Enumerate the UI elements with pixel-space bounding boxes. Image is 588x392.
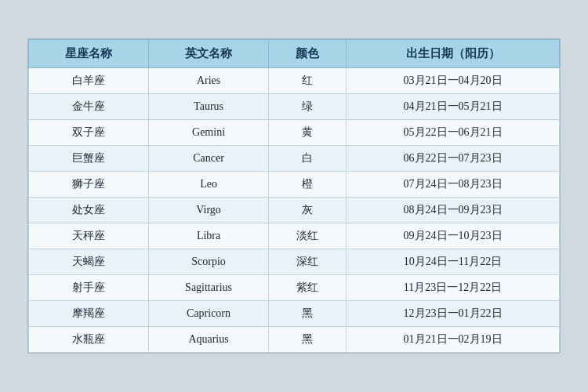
- cell-color: 灰: [269, 198, 347, 223]
- cell-chinese-name: 射手座: [29, 275, 149, 301]
- table-row: 水瓶座Aquarius黑01月21日一02月19日: [29, 327, 560, 353]
- table-row: 处女座Virgo灰08月24日一09月23日: [29, 198, 560, 223]
- cell-chinese-name: 天蝎座: [29, 249, 149, 275]
- cell-date: 04月21日一05月21日: [347, 94, 560, 120]
- cell-english-name: Sagittarius: [149, 275, 269, 301]
- cell-date: 01月21日一02月19日: [347, 327, 560, 353]
- table-row: 金牛座Taurus绿04月21日一05月21日: [29, 94, 560, 120]
- header-english-name: 英文名称: [149, 40, 269, 68]
- cell-color: 黑: [269, 327, 347, 353]
- cell-english-name: Capricorn: [149, 301, 269, 327]
- cell-color: 紫红: [269, 275, 347, 301]
- table-row: 双子座Gemini黄05月22日一06月21日: [29, 120, 560, 146]
- table-row: 白羊座Aries红03月21日一04月20日: [29, 68, 560, 94]
- cell-english-name: Scorpio: [149, 249, 269, 275]
- cell-english-name: Taurus: [149, 94, 269, 120]
- cell-date: 03月21日一04月20日: [347, 68, 560, 94]
- cell-date: 08月24日一09月23日: [347, 198, 560, 223]
- cell-chinese-name: 水瓶座: [29, 327, 149, 353]
- cell-chinese-name: 白羊座: [29, 68, 149, 94]
- cell-english-name: Cancer: [149, 146, 269, 172]
- cell-date: 11月23日一12月22日: [347, 275, 560, 301]
- table-row: 天蝎座Scorpio深红10月24日一11月22日: [29, 249, 560, 275]
- zodiac-table-container: 星座名称 英文名称 颜色 出生日期（阳历） 白羊座Aries红03月21日一04…: [27, 38, 561, 354]
- cell-chinese-name: 狮子座: [29, 172, 149, 198]
- table-row: 摩羯座Capricorn黑12月23日一01月22日: [29, 301, 560, 327]
- zodiac-table: 星座名称 英文名称 颜色 出生日期（阳历） 白羊座Aries红03月21日一04…: [28, 39, 560, 353]
- cell-color: 白: [269, 146, 347, 172]
- table-row: 巨蟹座Cancer白06月22日一07月23日: [29, 146, 560, 172]
- header-date: 出生日期（阳历）: [347, 40, 560, 68]
- cell-color: 黑: [269, 301, 347, 327]
- cell-color: 绿: [269, 94, 347, 120]
- cell-chinese-name: 天秤座: [29, 223, 149, 249]
- table-row: 射手座Sagittarius紫红11月23日一12月22日: [29, 275, 560, 301]
- cell-date: 05月22日一06月21日: [347, 120, 560, 146]
- cell-english-name: Libra: [149, 223, 269, 249]
- cell-date: 12月23日一01月22日: [347, 301, 560, 327]
- cell-english-name: Gemini: [149, 120, 269, 146]
- cell-date: 06月22日一07月23日: [347, 146, 560, 172]
- cell-color: 黄: [269, 120, 347, 146]
- cell-chinese-name: 双子座: [29, 120, 149, 146]
- cell-english-name: Aquarius: [149, 327, 269, 353]
- cell-english-name: Virgo: [149, 198, 269, 223]
- cell-date: 09月24日一10月23日: [347, 223, 560, 249]
- cell-chinese-name: 金牛座: [29, 94, 149, 120]
- cell-english-name: Aries: [149, 68, 269, 94]
- cell-chinese-name: 巨蟹座: [29, 146, 149, 172]
- cell-english-name: Leo: [149, 172, 269, 198]
- header-chinese-name: 星座名称: [29, 40, 149, 68]
- table-body: 白羊座Aries红03月21日一04月20日金牛座Taurus绿04月21日一0…: [29, 68, 560, 353]
- cell-chinese-name: 处女座: [29, 198, 149, 223]
- header-color: 颜色: [269, 40, 347, 68]
- cell-color: 淡红: [269, 223, 347, 249]
- cell-color: 深红: [269, 249, 347, 275]
- table-row: 狮子座Leo橙07月24日一08月23日: [29, 172, 560, 198]
- cell-color: 橙: [269, 172, 347, 198]
- table-header-row: 星座名称 英文名称 颜色 出生日期（阳历）: [29, 40, 560, 68]
- cell-date: 07月24日一08月23日: [347, 172, 560, 198]
- table-row: 天秤座Libra淡红09月24日一10月23日: [29, 223, 560, 249]
- cell-date: 10月24日一11月22日: [347, 249, 560, 275]
- cell-color: 红: [269, 68, 347, 94]
- cell-chinese-name: 摩羯座: [29, 301, 149, 327]
